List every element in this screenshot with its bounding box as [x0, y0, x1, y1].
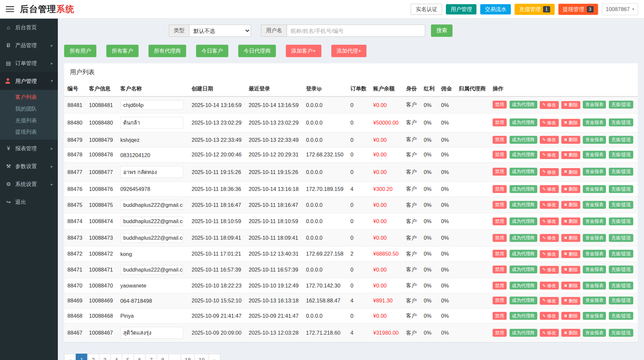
sidebar-item-system-settings[interactable]: ⚙ 系统设置 ▸: [0, 175, 58, 193]
delete-button[interactable]: ✖ 删除: [562, 119, 580, 127]
recharge-withdraw-button[interactable]: 充值/提现: [609, 136, 633, 143]
delete-button[interactable]: ✖ 删除: [562, 136, 580, 144]
customer-name-field[interactable]: buddhaplus222@gmail.cor: [120, 217, 183, 226]
edit-button[interactable]: ✎ 修改: [540, 312, 559, 320]
disable-button[interactable]: 禁用: [493, 101, 507, 109]
recharge-withdraw-button[interactable]: 充值/提现: [609, 297, 633, 304]
disable-button[interactable]: 禁用: [493, 136, 507, 143]
quick-filter-button[interactable]: 所有客户: [106, 45, 138, 57]
page-button[interactable]: «: [64, 354, 76, 360]
become-agent-button[interactable]: 成为代理商: [510, 297, 537, 304]
disable-button[interactable]: 禁用: [493, 329, 507, 337]
sidebar-item-orders[interactable]: ▤ 订单管理 ▸: [0, 54, 58, 72]
header-nav-button[interactable]: 充值管理 1: [515, 4, 554, 15]
disable-button[interactable]: 禁用: [493, 297, 507, 304]
sidebar-item-reports[interactable]: ¥ 报表管理 ▸: [0, 140, 58, 157]
page-button[interactable]: 1: [76, 354, 88, 360]
recharge-withdraw-button[interactable]: 充值/提现: [609, 329, 633, 337]
edit-button[interactable]: ✎ 修改: [540, 136, 559, 144]
submenu-item-recharge-list[interactable]: 充值列表: [0, 115, 58, 127]
customer-name-field[interactable]: Pinya: [120, 313, 134, 319]
quick-filter-button[interactable]: 添加代理+: [331, 45, 367, 57]
page-button[interactable]: 4: [110, 354, 122, 360]
become-agent-button[interactable]: 成为代理商: [510, 119, 537, 127]
quick-filter-button[interactable]: 添加客户+: [286, 45, 321, 57]
delete-button[interactable]: ✖ 删除: [562, 329, 580, 337]
edit-button[interactable]: ✎ 修改: [540, 168, 559, 176]
become-agent-button[interactable]: 成为代理商: [510, 136, 537, 143]
customer-name-field[interactable]: yaowanete: [120, 283, 146, 289]
quick-filter-button[interactable]: 所有用户: [64, 45, 96, 57]
delete-button[interactable]: ✖ 删除: [562, 266, 580, 273]
sidebar-item-home[interactable]: ⌂ 后台首页: [0, 19, 58, 36]
header-nav-button[interactable]: 实名认证: [411, 4, 442, 15]
sidebar-item-users[interactable]: 用户管理 ▾: [0, 72, 58, 90]
edit-button[interactable]: ✎ 修改: [540, 151, 559, 159]
recharge-withdraw-button[interactable]: 充值/提现: [609, 151, 633, 159]
page-button[interactable]: »: [208, 354, 221, 360]
disable-button[interactable]: 禁用: [493, 151, 507, 159]
header-nav-button[interactable]: 用户管理: [446, 4, 476, 14]
customer-name-field[interactable]: kslvjqez: [120, 137, 140, 143]
edit-button[interactable]: ✎ 修改: [540, 101, 559, 109]
become-agent-button[interactable]: 成为代理商: [510, 312, 537, 320]
become-agent-button[interactable]: 成为代理商: [510, 201, 537, 208]
fund-report-button[interactable]: 资金报表: [583, 101, 606, 109]
quick-filter-button[interactable]: 今日客户: [196, 45, 228, 57]
submenu-item-customer-list[interactable]: 客户列表: [0, 91, 58, 103]
recharge-withdraw-button[interactable]: 充值/提现: [609, 201, 633, 208]
disable-button[interactable]: 禁用: [493, 185, 507, 193]
page-button[interactable]: 5: [122, 354, 134, 360]
fund-report-button[interactable]: 资金报表: [583, 234, 606, 242]
header-nav-button[interactable]: 交易流水: [480, 4, 511, 14]
edit-button[interactable]: ✎ 修改: [540, 185, 559, 193]
submenu-item-withdraw-list[interactable]: 提现列表: [0, 126, 58, 138]
recharge-withdraw-button[interactable]: 充值/提现: [609, 266, 633, 273]
delete-button[interactable]: ✖ 删除: [562, 168, 580, 176]
edit-button[interactable]: ✎ 修改: [540, 119, 559, 127]
fund-report-button[interactable]: 资金报表: [583, 266, 606, 273]
fund-report-button[interactable]: 资金报表: [583, 329, 606, 337]
delete-button[interactable]: ✖ 删除: [562, 250, 580, 258]
become-agent-button[interactable]: 成为代理商: [510, 234, 537, 242]
recharge-withdraw-button[interactable]: 充值/提现: [609, 282, 633, 289]
customer-name-field[interactable]: buddhaplus222@gmail.cor: [120, 200, 183, 209]
edit-button[interactable]: ✎ 修改: [540, 282, 559, 289]
disable-button[interactable]: 禁用: [493, 119, 507, 127]
disable-button[interactable]: 禁用: [493, 250, 507, 258]
recharge-withdraw-button[interactable]: 充值/提现: [609, 250, 633, 258]
customer-name-field[interactable]: ต้นกล้า: [120, 117, 183, 129]
type-select[interactable]: 默认不选: [189, 24, 251, 37]
delete-button[interactable]: ✖ 删除: [562, 234, 580, 242]
sidebar-item-logout[interactable]: ↪ 退出: [0, 193, 58, 211]
customer-name-field[interactable]: 0926454978: [120, 186, 150, 192]
edit-button[interactable]: ✎ 修改: [540, 234, 559, 242]
recharge-withdraw-button[interactable]: 充值/提现: [609, 234, 633, 242]
customer-name-field[interactable]: อาพร กลัดทอง: [120, 166, 183, 178]
fund-report-button[interactable]: 资金报表: [583, 136, 606, 143]
page-button[interactable]: 2: [87, 354, 99, 360]
recharge-withdraw-button[interactable]: 充值/提现: [609, 185, 633, 193]
recharge-withdraw-button[interactable]: 充值/提现: [609, 101, 633, 109]
fund-report-button[interactable]: 资金报表: [583, 217, 606, 225]
page-button[interactable]: 6: [133, 354, 145, 360]
delete-button[interactable]: ✖ 删除: [562, 101, 580, 109]
edit-button[interactable]: ✎ 修改: [540, 297, 559, 305]
page-button[interactable]: 19: [195, 354, 209, 360]
disable-button[interactable]: 禁用: [493, 266, 507, 273]
submenu-item-my-team[interactable]: 我的团队: [0, 103, 58, 115]
disable-button[interactable]: 禁用: [493, 234, 507, 242]
disable-button[interactable]: 禁用: [493, 312, 507, 320]
disable-button[interactable]: 禁用: [493, 201, 507, 208]
header-nav-button[interactable]: 提现管理 3: [558, 4, 598, 15]
fund-report-button[interactable]: 资金报表: [583, 282, 606, 289]
username-input[interactable]: [287, 24, 425, 37]
delete-button[interactable]: ✖ 删除: [562, 185, 580, 193]
fund-report-button[interactable]: 资金报表: [583, 119, 606, 127]
delete-button[interactable]: ✖ 删除: [562, 151, 580, 159]
customer-name-field[interactable]: kong: [120, 251, 132, 257]
disable-button[interactable]: 禁用: [493, 168, 507, 176]
become-agent-button[interactable]: 成为代理商: [510, 329, 537, 337]
menu-icon[interactable]: [6, 6, 14, 12]
become-agent-button[interactable]: 成为代理商: [510, 151, 537, 159]
